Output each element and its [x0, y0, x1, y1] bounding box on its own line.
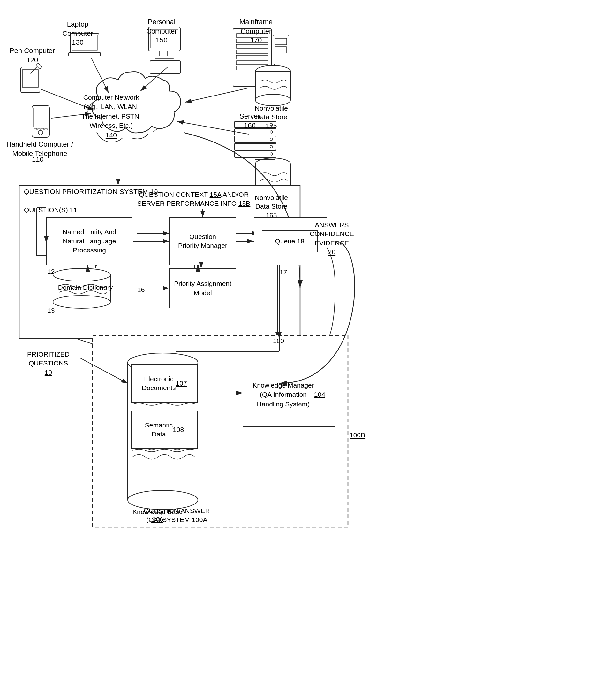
svg-rect-38 [45, 128, 47, 130]
svg-rect-18 [236, 50, 268, 54]
svg-rect-41 [235, 136, 276, 143]
svg-point-32 [38, 130, 43, 135]
network-label: Computer Network(e.g., LAN, WLAN,The Int… [81, 93, 141, 140]
mainframe-computer-label: MainframeComputer170 [239, 18, 272, 45]
svg-rect-3 [22, 70, 38, 87]
svg-point-33 [34, 128, 36, 130]
svg-line-63 [91, 57, 108, 93]
handheld-number: 110 [32, 155, 44, 164]
svg-line-4 [30, 66, 38, 74]
svg-point-49 [255, 158, 290, 170]
svg-point-25 [255, 66, 290, 77]
server-label: Server160 [239, 112, 260, 130]
laptop-computer-label: LaptopComputer130 [62, 20, 93, 47]
svg-rect-37 [41, 128, 44, 130]
svg-rect-31 [33, 108, 48, 127]
svg-point-47 [270, 145, 272, 148]
wave-line-2 [131, 448, 198, 453]
answers-label: ANSWERSCONFIDENCEEVIDENCE20 [310, 221, 354, 256]
svg-rect-26 [255, 71, 290, 100]
svg-rect-30 [32, 105, 50, 138]
svg-rect-24 [275, 47, 287, 53]
knowledge-base-label: Knowledge Base106 [132, 508, 183, 523]
svg-rect-36 [38, 128, 40, 130]
svg-point-88 [128, 491, 198, 509]
svg-rect-50 [255, 164, 290, 193]
svg-rect-21 [236, 66, 268, 70]
svg-point-34 [45, 128, 47, 130]
svg-rect-11 [160, 51, 167, 56]
svg-rect-23 [275, 38, 287, 45]
queue-box: Queue 18 [262, 230, 318, 252]
qa-system-number: 100 [273, 337, 284, 345]
pen-computer-label: Pen Computer 120 [9, 46, 55, 65]
svg-rect-43 [235, 151, 276, 157]
svg-rect-12 [155, 56, 174, 58]
svg-line-65 [140, 67, 167, 91]
qa-system-number-b: 100B [349, 431, 365, 439]
svg-rect-17 [236, 44, 268, 48]
svg-line-104 [80, 358, 128, 383]
nonvolatile-2-label: NonvolatileData Store165 [255, 193, 288, 220]
question-context-label: QUESTION CONTEXT 15A AND/ORSERVER PERFOR… [137, 190, 250, 208]
queue-number: 17 [280, 268, 287, 276]
svg-line-70 [177, 121, 249, 134]
svg-rect-20 [236, 61, 268, 65]
priority-assignment-model-box: Priority AssignmentModel [169, 268, 236, 308]
svg-rect-22 [273, 35, 289, 80]
personal-computer-label: PersonalComputer150 [146, 18, 177, 45]
prioritized-questions-label: PRIORITIZEDQUESTIONS19 [27, 350, 70, 377]
svg-rect-19 [236, 55, 268, 59]
svg-point-46 [270, 138, 272, 141]
knowledge-manager-box: Knowledge Manager(QA InformationHandling… [243, 362, 335, 426]
svg-rect-13 [150, 61, 180, 74]
svg-point-45 [270, 131, 272, 133]
questions-label: QUESTION(S) 11 [24, 206, 77, 214]
svg-rect-8 [69, 53, 101, 56]
domain-dictionary-label: Domain Dictionary [54, 268, 116, 307]
pam-number: 16 [137, 286, 145, 294]
svg-rect-2 [21, 67, 40, 93]
svg-point-48 [270, 153, 272, 155]
svg-rect-42 [235, 144, 276, 150]
electronic-docs-box: ElectronicDocuments107 [131, 364, 198, 403]
svg-rect-35 [34, 128, 37, 130]
named-entity-box: Named Entity AndNatural LanguageProcessi… [46, 217, 132, 265]
domain-dictionary-number: 13 [47, 307, 55, 315]
svg-line-66 [274, 64, 274, 67]
semantic-data-box: SemanticData108 [131, 410, 198, 449]
diagram-container: Pen Computer 120 LaptopComputer130 Perso… [0, 0, 603, 700]
question-priority-manager-box: QuestionPriority Manager [169, 217, 236, 265]
wave-line-1 [131, 402, 198, 406]
svg-line-67 [185, 88, 249, 102]
